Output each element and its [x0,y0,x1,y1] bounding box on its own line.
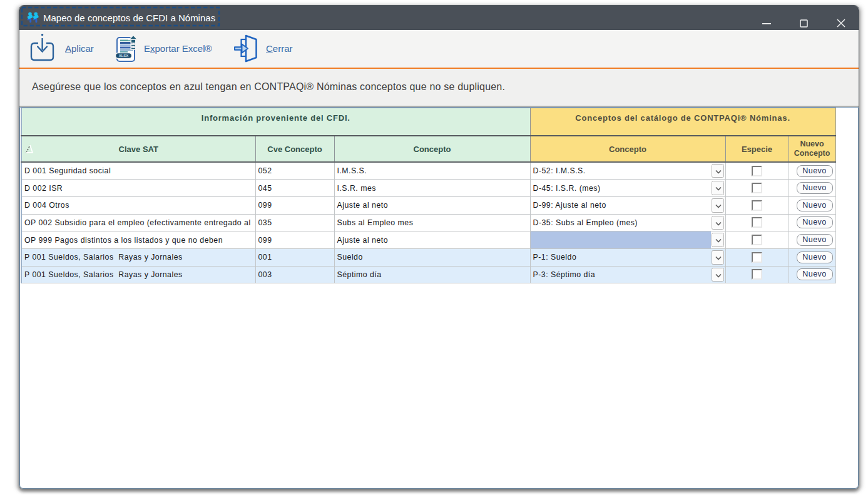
svg-text:XLSX: XLSX [119,54,129,58]
